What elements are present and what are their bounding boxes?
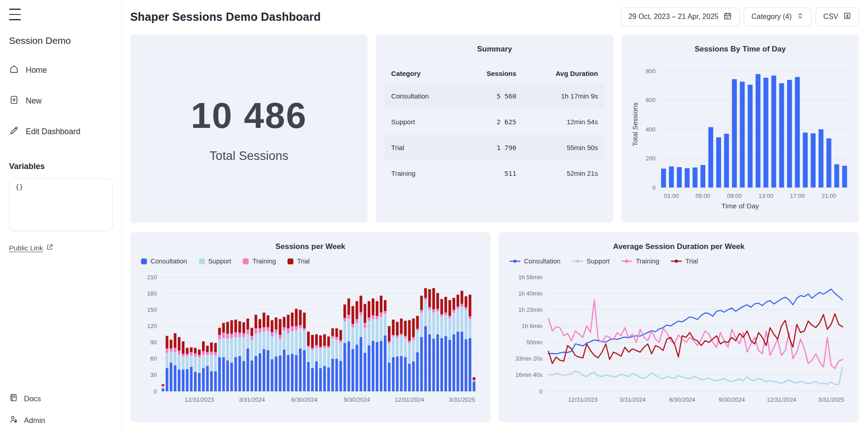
legend-item: Training — [621, 258, 659, 265]
sidebar-item-edit-dashboard[interactable]: Edit Dashboard — [9, 126, 113, 138]
svg-text:12/31/2023: 12/31/2023 — [568, 396, 598, 403]
legend-swatch-icon — [288, 258, 293, 264]
legend-item: Trial — [671, 258, 698, 265]
svg-text:3/31/2025: 3/31/2025 — [818, 396, 844, 403]
legend-label: Support — [208, 258, 231, 265]
total-sessions-value: 10 486 — [191, 95, 307, 136]
svg-text:1h 23min: 1h 23min — [519, 306, 542, 313]
pencil-icon — [9, 126, 19, 138]
date-range-label: 29 Oct, 2023 – 21 Apr, 2025 — [628, 13, 718, 21]
summary-table: Category Sessions Avg Duration Consultat… — [385, 64, 604, 186]
legend-swatch-icon — [141, 258, 147, 264]
sidebar-item-label: Docs — [24, 394, 41, 403]
svg-text:1h 40min: 1h 40min — [519, 290, 542, 297]
svg-text:600: 600 — [646, 97, 656, 103]
legend-label: Support — [587, 258, 610, 265]
table-row: Consultation 5 560 1h 17min 9s — [385, 83, 604, 109]
svg-text:1h 56min: 1h 56min — [519, 274, 542, 281]
svg-text:Total Sessions: Total Sessions — [631, 103, 639, 146]
cell-avg-duration: 55min 50s — [523, 135, 604, 160]
cell-sessions: 2 625 — [460, 109, 523, 135]
svg-text:150: 150 — [147, 306, 157, 313]
svg-text:6/30/2024: 6/30/2024 — [291, 396, 317, 403]
cell-avg-duration: 52min 21s — [523, 160, 604, 186]
sidebar-item-new[interactable]: New — [9, 95, 113, 107]
legend-item: Training — [243, 258, 276, 265]
svg-text:12/31/2024: 12/31/2024 — [395, 396, 424, 403]
app-title: Session Demo — [9, 35, 113, 46]
column-header-category: Category — [385, 64, 459, 83]
svg-text:120: 120 — [147, 323, 157, 329]
variables-editor[interactable]: {} — [9, 178, 113, 231]
table-row: Support 2 625 12min 54s — [385, 109, 604, 135]
legend-item: Trial — [288, 258, 310, 265]
chart-legend: ConsultationSupportTrainingTrial — [141, 258, 481, 265]
top-card-row: 10 486 Total Sessions Summary Category S… — [130, 35, 859, 223]
legend-item: Support — [572, 258, 610, 265]
cell-avg-duration: 1h 17min 9s — [523, 83, 604, 109]
bottom-card-row: Sessions per Week ConsultationSupportTra… — [130, 232, 859, 422]
legend-label: Trial — [685, 258, 698, 265]
svg-text:21:00: 21:00 — [821, 193, 836, 199]
svg-text:13:00: 13:00 — [759, 193, 774, 199]
home-icon — [9, 64, 19, 76]
calendar-icon — [723, 12, 732, 22]
chevron-up-down-icon — [797, 12, 804, 21]
main-content: Shaper Sessions Demo Dashboard 29 Oct, 2… — [122, 0, 868, 432]
duration-per-week-line-chart: 016min 40s33min 20s50min1h 6min1h 23min1… — [508, 266, 849, 405]
sidebar-item-label: Edit Dashboard — [26, 127, 80, 136]
svg-text:9/30/2024: 9/30/2024 — [344, 396, 370, 403]
category-filter-label: Category (4) — [751, 13, 792, 21]
cell-category: Consultation — [385, 83, 459, 109]
sidebar-item-label: Admin — [24, 416, 45, 425]
sidebar-item-docs[interactable]: Docs — [9, 393, 113, 404]
svg-text:60: 60 — [151, 355, 157, 362]
time-of-day-card: Sessions By Time of Day 020040060080001:… — [622, 35, 859, 223]
svg-text:12/31/2024: 12/31/2024 — [767, 396, 796, 403]
x-axis-title: Time of Day — [631, 202, 850, 210]
summary-title: Summary — [385, 45, 604, 54]
svg-text:3/31/2025: 3/31/2025 — [449, 396, 475, 403]
legend-line-marker-icon — [671, 259, 682, 263]
legend-line-marker-icon — [509, 259, 520, 263]
legend-swatch-icon — [243, 258, 249, 264]
header-controls: 29 Oct, 2023 – 21 Apr, 2025 Category (4)… — [621, 7, 859, 26]
legend-label: Training — [252, 258, 276, 265]
public-link[interactable]: Public Link — [9, 244, 113, 253]
svg-text:0: 0 — [652, 184, 655, 191]
chart-title: Sessions per Week — [139, 242, 481, 251]
legend-label: Consultation — [524, 258, 561, 265]
chart-legend: ConsultationSupportTrainingTrial — [509, 258, 850, 265]
csv-export-button[interactable]: CSV — [816, 7, 859, 26]
cell-sessions: 511 — [460, 160, 523, 186]
time-of-day-bar-chart: 020040060080001:0005:0009:0013:0017:0021… — [631, 54, 850, 201]
svg-text:16min 40s: 16min 40s — [515, 371, 542, 378]
duration-per-week-card: Average Session Duration per Week Consul… — [499, 232, 859, 422]
legend-line-marker-icon — [621, 259, 632, 263]
svg-text:400: 400 — [646, 126, 656, 133]
file-plus-icon — [9, 95, 19, 107]
cell-category: Trial — [385, 135, 459, 160]
legend-label: Consultation — [151, 258, 187, 265]
svg-text:12/31/2023: 12/31/2023 — [184, 396, 214, 403]
hamburger-menu-icon[interactable] — [9, 7, 23, 22]
sidebar-footer: Docs Admin — [9, 382, 113, 426]
topbar: Shaper Sessions Demo Dashboard 29 Oct, 2… — [130, 6, 859, 28]
svg-text:50min: 50min — [527, 339, 542, 346]
cell-category: Training — [385, 160, 459, 186]
svg-text:09:00: 09:00 — [727, 193, 742, 199]
svg-text:0: 0 — [154, 388, 157, 395]
column-header-sessions: Sessions — [460, 64, 523, 83]
svg-text:01:00: 01:00 — [664, 193, 679, 199]
date-range-button[interactable]: 29 Oct, 2023 – 21 Apr, 2025 — [621, 7, 740, 26]
sessions-per-week-stacked-bar-chart: 030609012015018021012/31/20233/31/20246/… — [139, 266, 481, 405]
svg-text:33min 20s: 33min 20s — [515, 355, 542, 362]
svg-text:210: 210 — [147, 274, 157, 281]
book-icon — [9, 393, 18, 404]
sidebar-item-admin[interactable]: Admin — [9, 415, 113, 426]
svg-text:3/31/2024: 3/31/2024 — [619, 396, 646, 403]
summary-card: Summary Category Sessions Avg Duration C… — [376, 35, 613, 223]
sidebar-item-home[interactable]: Home — [9, 64, 113, 76]
category-filter-button[interactable]: Category (4) — [744, 7, 811, 26]
svg-text:9/30/2024: 9/30/2024 — [719, 396, 745, 403]
